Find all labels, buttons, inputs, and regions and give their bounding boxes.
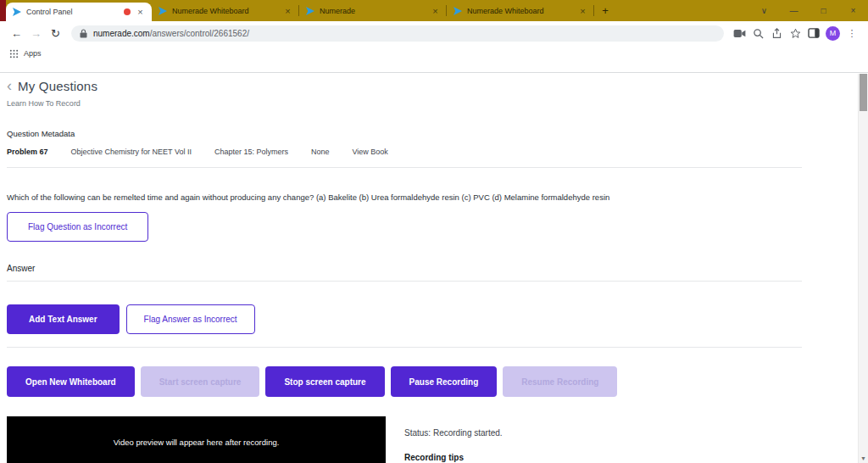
numerade-favicon-icon <box>453 6 463 16</box>
window-close-icon[interactable]: × <box>838 0 868 21</box>
browser-toolbar: ← → ↻ numerade.com/answers/control/26615… <box>0 21 868 45</box>
section-name: None <box>311 148 330 156</box>
view-book-link[interactable]: View Book <box>352 148 387 156</box>
url-text: numerade.com/answers/control/2661562/ <box>93 29 249 38</box>
tab-close-icon[interactable]: × <box>430 6 441 16</box>
tab-label: Numerade Whiteboard <box>172 7 278 15</box>
window-menu-chevron-icon[interactable]: ∨ <box>749 0 779 21</box>
numerade-favicon-icon <box>305 6 315 16</box>
start-screen-capture-button: Start screen capture <box>141 366 260 397</box>
add-text-answer-button[interactable]: Add Text Answer <box>7 304 120 334</box>
status-text: Status: Recording started. <box>404 428 503 438</box>
recording-indicator-icon <box>124 8 131 15</box>
answer-actions: Add Text Answer Flag Answer as Incorrect <box>7 304 858 334</box>
divider <box>7 281 802 282</box>
tab-close-icon[interactable]: × <box>135 7 146 17</box>
url-path: /answers/control/2661562/ <box>150 29 249 38</box>
back-icon[interactable]: ← <box>7 24 26 43</box>
question-metadata-row: Problem 67 Objective Chemistry for NEET … <box>7 147 858 156</box>
new-tab-button[interactable]: + <box>594 0 616 21</box>
page-top-divider <box>0 62 868 73</box>
browser-tab-bar: Control Panel × Numerade Whiteboard × Nu… <box>0 0 868 21</box>
back-chevron-icon[interactable]: ‹ <box>7 78 12 93</box>
profile-avatar[interactable]: M <box>826 26 840 41</box>
scroll-down-arrow-icon[interactable]: ▼ <box>859 455 868 461</box>
tab-control-panel[interactable]: Control Panel × <box>6 3 152 21</box>
pause-recording-button[interactable]: Pause Recording <box>391 366 498 397</box>
flag-question-button[interactable]: Flag Question as Incorrect <box>7 212 148 242</box>
window-controls: ∨ — □ × <box>749 0 868 21</box>
bookmark-star-icon[interactable] <box>786 24 804 42</box>
question-text: Which of the following can be remelted t… <box>7 192 858 203</box>
resume-recording-button: Resume Recording <box>503 366 617 397</box>
problem-number: Problem 67 <box>7 148 48 156</box>
recording-actions: Open New Whiteboard Start screen capture… <box>7 366 858 397</box>
tab-close-icon[interactable]: × <box>577 6 588 16</box>
tab-numerade-whiteboard-1[interactable]: Numerade Whiteboard × <box>152 0 299 21</box>
tab-label: Numerade <box>320 7 426 15</box>
recording-status-panel: Status: Recording started. Recording tip… <box>404 416 503 463</box>
learn-how-to-record-link[interactable]: Learn How To Record <box>7 99 858 109</box>
flag-answer-button[interactable]: Flag Answer as Incorrect <box>126 304 255 334</box>
tab-close-icon[interactable]: × <box>282 6 293 16</box>
book-title: Objective Chemistry for NEET Vol II <box>71 148 192 156</box>
page-content: ‹ My Questions Learn How To Record Quest… <box>0 74 858 463</box>
address-bar[interactable]: numerade.com/answers/control/2661562/ <box>71 25 724 42</box>
forward-icon[interactable]: → <box>26 24 46 43</box>
zoom-icon[interactable] <box>748 24 767 42</box>
recording-preview-section: Video preview will appear here after rec… <box>7 416 858 463</box>
video-camera-icon[interactable] <box>730 24 748 42</box>
page-scrollbar[interactable]: ▼ <box>858 74 868 463</box>
window-edge <box>0 0 6 21</box>
chapter-name: Chapter 15: Polymers <box>214 148 288 156</box>
divider <box>7 167 802 168</box>
lock-icon <box>80 29 87 38</box>
recording-tips-heading: Recording tips <box>404 453 503 462</box>
numerade-favicon-icon <box>158 6 168 16</box>
tab-numerade-whiteboard-2[interactable]: Numerade Whiteboard × <box>447 0 594 21</box>
answer-heading: Answer <box>7 264 858 274</box>
side-panel-icon[interactable] <box>804 24 823 42</box>
maximize-icon[interactable]: □ <box>809 0 838 21</box>
tab-label: Control Panel <box>26 8 120 16</box>
tab-label: Numerade Whiteboard <box>467 7 573 15</box>
share-icon[interactable] <box>767 24 786 42</box>
tab-numerade[interactable]: Numerade × <box>299 0 447 21</box>
open-new-whiteboard-button[interactable]: Open New Whiteboard <box>7 366 135 397</box>
divider <box>7 347 802 348</box>
page-title: My Questions <box>18 79 97 93</box>
back-to-my-questions[interactable]: ‹ My Questions <box>7 77 858 94</box>
scrollbar-thumb[interactable] <box>860 74 867 111</box>
bookmarks-bar: Apps <box>0 45 868 62</box>
url-domain: numerade.com <box>93 29 150 38</box>
apps-grid-icon[interactable] <box>9 49 19 59</box>
video-preview: Video preview will appear here after rec… <box>7 416 386 463</box>
refresh-icon[interactable]: ↻ <box>46 24 65 43</box>
numerade-favicon-icon <box>12 7 22 17</box>
apps-label[interactable]: Apps <box>24 49 42 58</box>
stop-screen-capture-button[interactable]: Stop screen capture <box>265 366 384 397</box>
browser-window: Control Panel × Numerade Whiteboard × Nu… <box>0 0 868 463</box>
menu-dots-icon[interactable]: ⋮ <box>843 24 861 42</box>
minimize-icon[interactable]: — <box>779 0 809 21</box>
question-metadata-heading: Question Metadata <box>7 129 858 139</box>
